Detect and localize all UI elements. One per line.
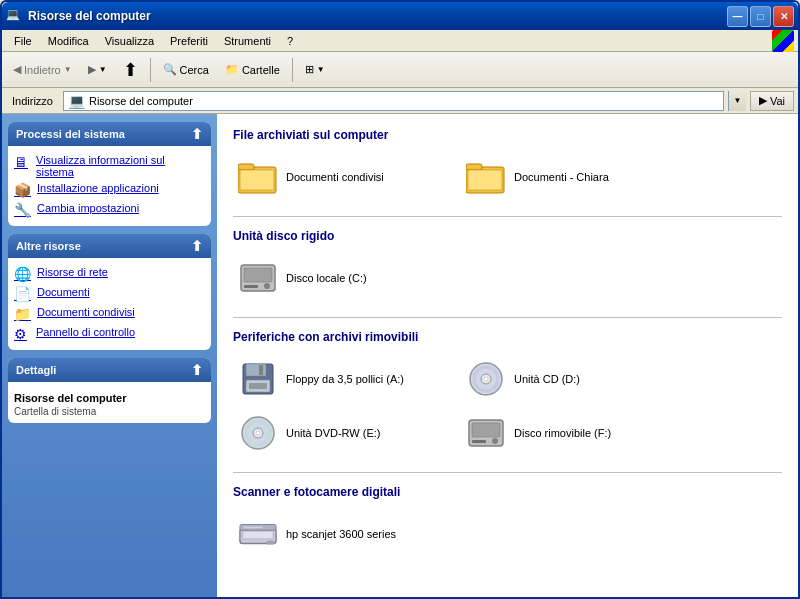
toolbar: ◀ Indietro ▼ ▶ ▼ ⬆ 🔍 Cerca 📁 Cartelle ⊞ … <box>2 52 798 88</box>
floppy-item[interactable]: Floppy da 3,5 pollici (A:) <box>233 356 453 402</box>
dettagli-section: Dettagli ⬆ Risorse del computer Cartella… <box>8 358 211 423</box>
menu-modifica[interactable]: Modifica <box>40 33 97 49</box>
windows-logo <box>772 30 794 52</box>
archiviati-header: File archiviati sul computer <box>233 128 782 142</box>
menu-bar: File Modifica Visualizza Preferiti Strum… <box>2 30 798 52</box>
documenti-condivisi-item-icon <box>238 159 278 195</box>
divider-1 <box>233 216 782 217</box>
menu-preferiti[interactable]: Preferiti <box>162 33 216 49</box>
svg-point-8 <box>264 283 270 289</box>
svg-rect-1 <box>238 164 254 170</box>
svg-point-17 <box>484 377 488 381</box>
dettagli-collapse-button[interactable]: ⬆ <box>191 362 203 378</box>
cambia-label: Cambia impostazioni <box>37 202 139 214</box>
documenti-condivisi-link[interactable]: 📁 Documenti condivisi <box>14 304 205 324</box>
menu-help[interactable]: ? <box>279 33 301 49</box>
window-icon: 💻 <box>6 8 22 24</box>
search-label: Cerca <box>180 64 209 76</box>
back-icon: ◀ <box>13 63 21 76</box>
rimovibili-grid: Floppy da 3,5 pollici (A:) Unità CD (D:) <box>233 356 782 456</box>
folders-button[interactable]: 📁 Cartelle <box>218 56 287 84</box>
documenti-chiara-item[interactable]: Documenti - Chiara <box>461 154 681 200</box>
disco-locale-label: Disco locale (C:) <box>286 272 367 284</box>
go-icon: ▶ <box>759 94 767 107</box>
address-dropdown-button[interactable]: ▼ <box>728 91 746 111</box>
disco-header: Unità disco rigido <box>233 229 782 243</box>
documenti-link[interactable]: 📄 Documenti <box>14 284 205 304</box>
svg-point-21 <box>256 431 260 435</box>
svg-rect-30 <box>244 526 263 528</box>
documenti-condivisi-item-label: Documenti condivisi <box>286 171 384 183</box>
archiviati-grid: Documenti condivisi Documenti - Chiara <box>233 154 782 200</box>
window-title: Risorse del computer <box>28 9 727 23</box>
minimize-button[interactable]: — <box>727 6 748 27</box>
documenti-condivisi-label: Documenti condivisi <box>37 306 135 318</box>
dettagli-item-subtitle: Cartella di sistema <box>14 406 205 417</box>
cambia-link[interactable]: 🔧 Cambia impostazioni <box>14 200 205 220</box>
altre-collapse-button[interactable]: ⬆ <box>191 238 203 254</box>
forward-dropdown-icon[interactable]: ▼ <box>99 65 107 74</box>
pannello-link[interactable]: ⚙ Pannello di controllo <box>14 324 205 344</box>
address-icon: 💻 <box>68 93 85 109</box>
dettagli-body: Risorse del computer Cartella di sistema <box>8 382 211 423</box>
rimovibili-header: Periferiche con archivi rimovibili <box>233 330 782 344</box>
svg-rect-31 <box>267 541 275 545</box>
svg-point-25 <box>492 438 498 444</box>
svg-rect-4 <box>466 164 482 170</box>
up-button[interactable]: ⬆ <box>116 56 145 84</box>
floppy-icon <box>238 361 278 397</box>
documenti-condivisi-item[interactable]: Documenti condivisi <box>233 154 453 200</box>
back-button[interactable]: ◀ Indietro ▼ <box>6 56 79 84</box>
risorse-rete-label: Risorse di rete <box>37 266 108 278</box>
altre-section: Altre risorse ⬆ 🌐 Risorse di rete 📄 Docu… <box>8 234 211 350</box>
scanner-grid: hp scanjet 3600 series <box>233 511 782 557</box>
views-icon: ⊞ <box>305 63 314 76</box>
go-label: Vai <box>770 95 785 107</box>
address-bar: Indirizzo 💻 Risorse del computer ▼ ▶ Vai <box>2 88 798 114</box>
cambia-icon: 🔧 <box>14 202 31 218</box>
svg-rect-7 <box>244 268 272 282</box>
scanner-item[interactable]: hp scanjet 3600 series <box>233 511 453 557</box>
main-window: 💻 Risorse del computer — □ ✕ File Modifi… <box>0 0 800 599</box>
left-panel: Processi del sistema ⬆ 🖥 Visualizza info… <box>2 114 217 597</box>
disco-locale-item[interactable]: Disco locale (C:) <box>233 255 453 301</box>
dvd-item[interactable]: Unità DVD-RW (E:) <box>233 410 453 456</box>
menu-file[interactable]: File <box>6 33 40 49</box>
pannello-icon: ⚙ <box>14 326 30 342</box>
disco-locale-icon <box>238 260 278 296</box>
altre-header: Altre risorse ⬆ <box>8 234 211 258</box>
documenti-label: Documenti <box>37 286 90 298</box>
removable-item[interactable]: Disco rimovibile (F:) <box>461 410 681 456</box>
altre-title: Altre risorse <box>16 240 81 252</box>
address-label: Indirizzo <box>6 95 59 107</box>
scanner-icon <box>238 516 278 552</box>
installazione-link[interactable]: 📦 Installazione applicazioni <box>14 180 205 200</box>
risorse-rete-link[interactable]: 🌐 Risorse di rete <box>14 264 205 284</box>
up-icon: ⬆ <box>123 59 138 81</box>
search-button[interactable]: 🔍 Cerca <box>156 56 216 84</box>
views-button[interactable]: ⊞ ▼ <box>298 56 332 84</box>
menu-visualizza[interactable]: Visualizza <box>97 33 162 49</box>
cd-icon <box>466 361 506 397</box>
processi-body: 🖥 Visualizza informazioni sul sistema 📦 … <box>8 146 211 226</box>
forward-button[interactable]: ▶ ▼ <box>81 56 114 84</box>
search-icon: 🔍 <box>163 63 177 76</box>
scanner-header: Scanner e fotocamere digitali <box>233 485 782 499</box>
menu-strumenti[interactable]: Strumenti <box>216 33 279 49</box>
back-dropdown-icon[interactable]: ▼ <box>64 65 72 74</box>
maximize-button[interactable]: □ <box>750 6 771 27</box>
go-button[interactable]: ▶ Vai <box>750 91 794 111</box>
pannello-label: Pannello di controllo <box>36 326 135 338</box>
folders-label: Cartelle <box>242 64 280 76</box>
close-button[interactable]: ✕ <box>773 6 794 27</box>
altre-body: 🌐 Risorse di rete 📄 Documenti 📁 Document… <box>8 258 211 350</box>
window-controls: — □ ✕ <box>727 6 794 27</box>
cd-label: Unità CD (D:) <box>514 373 580 385</box>
processi-collapse-button[interactable]: ⬆ <box>191 126 203 142</box>
dvd-icon <box>238 415 278 451</box>
visualizza-info-link[interactable]: 🖥 Visualizza informazioni sul sistema <box>14 152 205 180</box>
svg-rect-28 <box>243 531 273 539</box>
cd-item[interactable]: Unità CD (D:) <box>461 356 681 402</box>
svg-rect-24 <box>472 423 500 437</box>
views-dropdown-icon[interactable]: ▼ <box>317 65 325 74</box>
